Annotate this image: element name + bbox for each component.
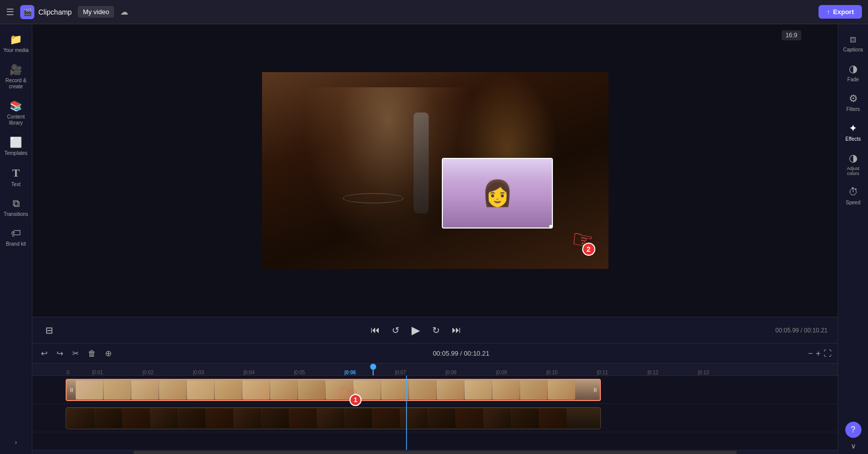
ruler-marks: 0 |0:01 |0:02 |0:03 |0:04 |0:05 |0:06 |0…	[32, 364, 838, 375]
zoom-in-button[interactable]: +	[816, 349, 821, 358]
cloud-save-icon[interactable]: ☁	[120, 7, 128, 17]
ruler-mark-01: |0:01	[91, 370, 141, 375]
right-panel-adjust-colors[interactable]: ◑ Adjustcolors	[838, 147, 868, 181]
track-1-clip[interactable]: ⏸	[66, 379, 601, 401]
sidebar-item-record-create[interactable]: 🎥 Record &create	[0, 59, 32, 95]
dark-thumb	[400, 409, 428, 428]
track-1-content[interactable]: ⏸	[66, 378, 838, 402]
pip-resize-handle[interactable]	[549, 224, 553, 229]
aspect-ratio-badge[interactable]: 16:9	[782, 30, 801, 40]
adjust-colors-icon: ◑	[849, 152, 857, 164]
fit-timeline-button[interactable]: ⛶	[824, 349, 832, 358]
record-icon: 🎥	[10, 64, 22, 76]
ruler-mark-11: |0:11	[596, 370, 646, 375]
pip-overlay[interactable]: ⊡ ⧉ ↺ ··· 👩	[442, 158, 553, 229]
dark-thumb	[178, 409, 206, 428]
track-1-thumbnails	[68, 380, 575, 400]
sidebar-label-text: Text	[11, 182, 20, 188]
right-panel-fade[interactable]: ◑ Fade	[838, 58, 868, 87]
help-button[interactable]: ?	[845, 422, 861, 438]
app-logo[interactable]: 🎬 Clipchamp	[20, 5, 72, 19]
ruler-mark-04: |0:04	[242, 370, 293, 375]
sidebar-item-templates[interactable]: ⬜ Templates	[0, 131, 32, 161]
fade-label: Fade	[847, 77, 859, 82]
timeline-scrollbar-thumb[interactable]	[133, 451, 737, 454]
pip-video-content: 👩	[443, 159, 552, 228]
playback-left: ⊟	[42, 323, 56, 338]
sidebar-item-text[interactable]: T Text	[0, 161, 32, 193]
hamburger-button[interactable]: ☰	[6, 7, 14, 18]
export-icon: ↑	[827, 8, 830, 16]
thumb	[326, 380, 353, 400]
thumb	[270, 380, 297, 400]
sidebar-item-brand-kit[interactable]: 🏷 Brand kit	[0, 222, 32, 252]
playback-bar: ⊟ ⏮ ↺ ▶ ↻ ⏭	[32, 317, 838, 343]
export-button[interactable]: ↑ Export	[819, 5, 862, 19]
thumb	[298, 380, 325, 400]
speed-label: Speed	[846, 200, 860, 205]
play-pause-button[interactable]: ▶	[409, 322, 423, 339]
sidebar-expand-button[interactable]: ›	[11, 435, 21, 450]
thumb	[353, 380, 381, 400]
captions-icon: ⧈	[850, 33, 856, 45]
timeline-time-display: 00:05.99 / 00:10.21	[118, 350, 804, 357]
thumb	[215, 380, 242, 400]
topbar: ☰ 🎬 Clipchamp My video ☁ ↑ Export	[0, 0, 868, 24]
skip-back-icon: ⏮	[371, 325, 380, 335]
zoom-out-button[interactable]: −	[808, 349, 812, 358]
thumb	[492, 380, 520, 400]
dark-thumb	[234, 409, 261, 428]
subtitle-toggle-button[interactable]: ⊟	[42, 323, 56, 338]
speed-icon: ⏱	[848, 186, 858, 198]
track-2-clip[interactable]	[66, 407, 601, 429]
dark-thumb	[539, 409, 567, 428]
content-library-icon: 📚	[10, 100, 22, 112]
timeline-toolbar: ↩ ↪ ✂ 🗑 ⊕ 00:05.99 / 00:10.21 − + ⛶	[32, 344, 838, 364]
dark-thumb	[123, 409, 150, 428]
filters-icon: ⚙	[849, 92, 858, 104]
subtitle-icon: ⊟	[45, 325, 53, 335]
ruler-mark-10: |0:10	[545, 370, 596, 375]
right-panel-filters[interactable]: ⚙ Filters	[838, 87, 868, 117]
add-to-timeline-button[interactable]: ⊕	[103, 347, 114, 360]
right-panel-captions[interactable]: ⧈ Captions	[838, 28, 868, 58]
sidebar-item-transitions[interactable]: ⧉ Transitions	[0, 193, 32, 222]
video-name[interactable]: My video	[78, 6, 114, 18]
dark-thumb	[484, 409, 511, 428]
sidebar-item-content-library[interactable]: 📚 Contentlibrary	[0, 95, 32, 131]
ruler-mark-12: |0:12	[646, 370, 697, 375]
skip-to-start-button[interactable]: ⏮	[368, 323, 383, 337]
ruler-mark-05: |0:05	[293, 370, 343, 375]
right-panel-speed[interactable]: ⏱ Speed	[838, 181, 868, 210]
total-time: 00:10.21	[804, 327, 828, 334]
forward-button[interactable]: ↻	[429, 323, 443, 338]
timeline-tracks: ⏸	[32, 376, 838, 450]
play-icon: ▶	[412, 324, 420, 336]
sidebar-item-your-media[interactable]: 📁 Your media	[0, 28, 32, 59]
thumb	[159, 380, 186, 400]
thumb	[520, 380, 547, 400]
ruler-mark-07: |0:07	[394, 370, 444, 375]
thumb	[409, 380, 436, 400]
text-icon: T	[12, 166, 20, 180]
redo-button[interactable]: ↪	[54, 347, 66, 360]
playback-center: ⏮ ↺ ▶ ↻ ⏭	[368, 322, 464, 339]
track-1: ⏸	[32, 376, 838, 404]
replay-button[interactable]: ↺	[389, 323, 402, 338]
track-2-content[interactable]	[66, 406, 838, 430]
help-icon: ?	[851, 425, 855, 434]
undo-button[interactable]: ↩	[38, 347, 50, 360]
cut-button[interactable]: ✂	[70, 347, 81, 360]
ruler-mark-03: |0:03	[192, 370, 242, 375]
right-panel: ⧈ Captions ◑ Fade ⚙ Filters ✦ Effects ◑ …	[838, 24, 868, 454]
sidebar-label-your-media: Your media	[3, 47, 28, 53]
forward-icon: ↻	[432, 325, 440, 335]
right-panel-bottom: ? ∨	[845, 422, 861, 450]
right-panel-effects[interactable]: ✦ Effects	[838, 117, 868, 147]
skip-to-end-button[interactable]: ⏭	[449, 323, 464, 337]
timeline-scrollbar[interactable]	[32, 450, 838, 454]
timeline-ruler[interactable]: 0 |0:01 |0:02 |0:03 |0:04 |0:05 |0:06 |0…	[32, 364, 838, 376]
effects-label: Effects	[845, 136, 860, 142]
chevron-down-icon[interactable]: ∨	[851, 442, 856, 450]
delete-button[interactable]: 🗑	[85, 348, 98, 360]
